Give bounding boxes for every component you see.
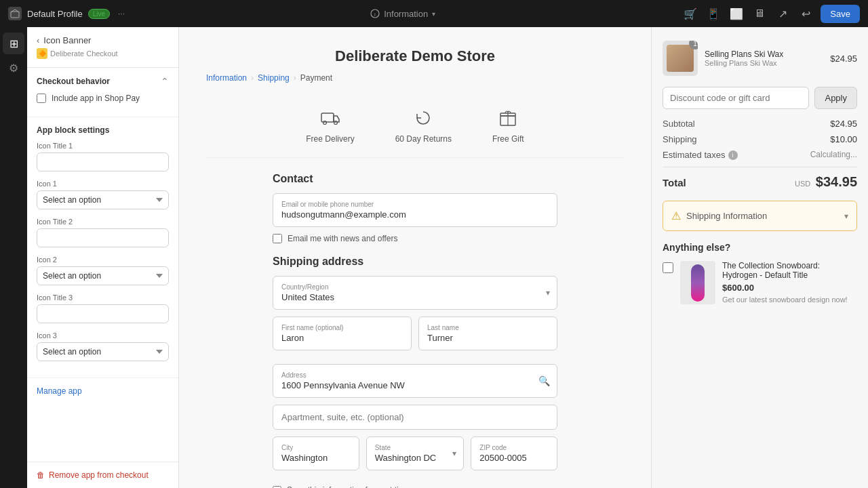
last-name-label: Last name [427,324,549,331]
icon-1-select[interactable]: Select an option [37,190,169,209]
first-name-input[interactable] [281,333,403,343]
breadcrumb-shipping[interactable]: Shipping [258,73,290,83]
returns-icon [411,106,435,130]
sidebar-back-button[interactable]: ‹ Icon Banner [37,35,169,45]
icon-title-2-input[interactable] [37,228,169,247]
desktop-icon[interactable]: 🖥 [750,4,769,23]
apply-button[interactable]: Apply [814,87,857,109]
country-select[interactable]: United States [281,292,549,302]
manage-app-link[interactable]: Manage app [27,378,178,404]
shipping-info-header[interactable]: ⚠ Shipping Information ▾ [671,209,848,222]
topbar: Default Profile Live ··· i Information ▾… [0,0,868,27]
breadcrumb-icon: 🔶 [37,48,47,59]
taxes-info-icon: i [728,150,738,160]
discount-input[interactable] [663,87,809,109]
sidebar-panel: ‹ Icon Banner 🔶 Deliberate Checkout Chec… [27,27,179,488]
icon-title-2-label: Icon Title 2 [37,218,169,226]
email-input[interactable] [281,209,549,220]
address-label: Address [281,371,549,379]
city-field[interactable]: City [273,436,359,470]
icon-title-3-input[interactable] [37,304,169,323]
icon-2-select[interactable]: Select an option [37,266,169,285]
cart-icon[interactable]: 🛒 [681,4,700,23]
address-field[interactable]: Address 🔍 [273,364,557,398]
app-block-settings-title: App block settings [37,125,109,135]
product-info: Selling Plans Ski Wax Selling Plans Ski … [705,49,823,67]
save-info-checkbox[interactable] [273,486,281,489]
undo-icon[interactable]: ↩ [796,4,815,23]
tablet-icon[interactable]: ⬜ [727,4,746,23]
nav-settings-icon[interactable]: ⚙ [3,57,24,79]
country-label: Country/Region [281,283,549,291]
discount-row: Apply [663,87,857,109]
zip-field[interactable]: ZIP code [471,436,557,470]
newsletter-label: Email me with news and offers [288,234,398,243]
country-chevron-icon: ▾ [546,288,550,298]
shipping-row: Shipping $10.00 [663,134,857,144]
total-row: Total USD $34.95 [663,174,857,190]
zip-label: ZIP code [479,444,549,451]
app-block-settings-header: App block settings [37,125,169,135]
last-name-input[interactable] [427,333,549,343]
state-label: State [375,444,456,451]
city-label: City [281,444,351,451]
product-image: 1 [663,41,698,76]
upsell-price: $600.00 [722,283,857,293]
breadcrumb-sep-2: › [294,73,296,83]
topbar-chevron-icon: ▾ [432,10,435,18]
email-label: Email or mobile phone number [281,201,549,208]
icon-title-1-label: Icon Title 1 [37,142,169,150]
remove-app-button[interactable]: 🗑 Remove app from checkout [37,470,149,480]
topbar-right: 🛒 📱 ⬜ 🖥 ↗ ↩ Save [681,4,860,23]
state-select[interactable]: Washington DC [375,453,456,463]
apt-input[interactable] [281,412,549,422]
country-field[interactable]: Country/Region United States ▾ [273,276,557,310]
subtotal-row: Subtotal $24.95 [663,119,857,129]
shipping-address-title: Shipping address [273,256,557,268]
external-link-icon[interactable]: ↗ [773,4,792,23]
shipping-info-box[interactable]: ⚠ Shipping Information ▾ [663,201,857,231]
shipping-value: $10.00 [830,134,857,144]
checkout-preview: Deliberate Demo Store Information › Ship… [179,27,651,488]
nav-blocks-icon[interactable]: ⊞ [3,33,24,54]
upsell-checkbox[interactable] [663,262,673,273]
icon-1-label: Icon 1 [37,180,169,188]
icon-title-2-group: Icon Title 2 [37,218,169,247]
save-button[interactable]: Save [821,5,860,23]
apt-field[interactable] [273,405,557,430]
store-icon [8,7,22,20]
name-row: First name (optional) Last name [273,317,557,357]
shipping-info-left: ⚠ Shipping Information [671,209,767,222]
shop-pay-checkbox[interactable] [37,94,46,103]
zip-input[interactable] [479,453,549,463]
left-nav: ⊞ ⚙ [0,27,27,488]
state-field[interactable]: State Washington DC ▾ [366,436,465,470]
breadcrumb-payment: Payment [300,73,332,83]
delivery-label: Free Delivery [306,134,354,144]
last-name-field[interactable]: Last name [418,317,557,350]
topbar-info-label[interactable]: Information [384,9,428,19]
save-info-row: Save this information for next time [273,485,557,488]
icon-3-select[interactable]: Select an option [37,342,169,361]
checkout-behavior-toggle[interactable]: ⌃ [161,76,169,87]
icon-title-1-input[interactable] [37,152,169,171]
mobile-icon[interactable]: 📱 [704,4,723,23]
newsletter-checkbox[interactable] [273,234,282,243]
svg-text:i: i [374,12,376,18]
sidebar-footer: 🗑 Remove app from checkout [27,462,178,488]
icon-title-3-group: Icon Title 3 [37,293,169,323]
shipping-info-label: Shipping Information [686,211,767,221]
email-field[interactable]: Email or mobile phone number [273,193,557,227]
shop-pay-row: Include app in Shop Pay [37,94,169,103]
svg-rect-3 [321,113,334,122]
breadcrumb-information[interactable]: Information [206,73,247,83]
topbar-actions: 🛒 📱 ⬜ 🖥 ↗ ↩ [681,4,815,23]
city-input[interactable] [281,453,351,463]
first-name-field[interactable]: First name (optional) [273,317,412,350]
breadcrumb-sep-1: › [251,73,254,83]
product-variant: Selling Plans Ski Wax [705,59,823,67]
topbar-center: i Information ▾ [132,9,674,19]
address-input[interactable] [281,380,549,390]
more-options-button[interactable]: ··· [118,9,125,18]
state-chevron-icon: ▾ [452,449,456,458]
